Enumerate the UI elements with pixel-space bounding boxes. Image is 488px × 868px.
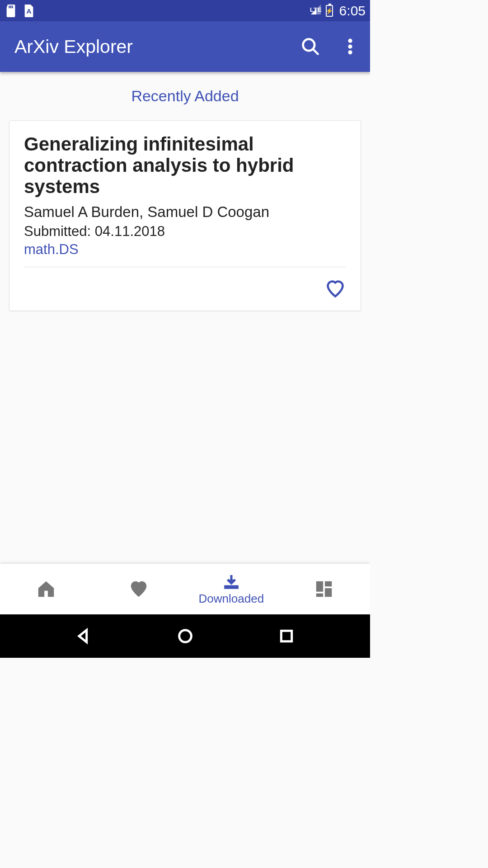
- svg-point-6: [348, 39, 352, 42]
- svg-rect-12: [316, 594, 323, 597]
- signal-icon: [311, 5, 321, 14]
- paper-submitted-date: Submitted: 04.11.2018: [24, 223, 346, 240]
- svg-rect-10: [325, 581, 332, 587]
- nav-home[interactable]: [0, 579, 93, 599]
- content-area: Recently Added Generalizing infinitesima…: [0, 72, 370, 564]
- download-icon: [222, 573, 240, 591]
- status-bar: A LTE ⚡ 6:05: [0, 0, 370, 21]
- favorite-button[interactable]: [324, 278, 346, 300]
- app-title: ArXiv Explorer: [14, 36, 133, 57]
- svg-rect-0: [9, 5, 9, 8]
- nav-downloaded[interactable]: Downloaded: [185, 573, 278, 606]
- svg-line-5: [313, 49, 318, 54]
- svg-point-8: [348, 51, 352, 54]
- back-button[interactable]: [66, 625, 102, 647]
- document-icon: A: [23, 3, 35, 19]
- home-icon: [36, 579, 56, 599]
- svg-rect-2: [12, 5, 13, 8]
- svg-text:A: A: [27, 7, 32, 14]
- svg-point-13: [179, 630, 191, 642]
- bottom-nav: Downloaded: [0, 564, 370, 614]
- heart-icon: [128, 579, 149, 599]
- recent-button[interactable]: [268, 625, 305, 647]
- app-bar: ArXiv Explorer: [0, 21, 370, 72]
- svg-rect-1: [10, 5, 11, 8]
- paper-title: Generalizing infinitesimal contraction a…: [24, 133, 346, 197]
- paper-authors: Samuel A Burden, Samuel D Coogan: [24, 203, 346, 221]
- svg-point-7: [348, 45, 352, 48]
- home-button[interactable]: [167, 625, 203, 647]
- more-icon[interactable]: [339, 36, 361, 57]
- system-nav: [0, 614, 370, 658]
- svg-rect-9: [316, 581, 323, 592]
- paper-card[interactable]: Generalizing infinitesimal contraction a…: [9, 120, 361, 311]
- status-clock: 6:05: [339, 3, 366, 19]
- svg-rect-11: [325, 588, 332, 597]
- nav-downloaded-label: Downloaded: [199, 592, 264, 606]
- dashboard-icon: [314, 579, 334, 599]
- battery-icon: ⚡: [326, 5, 333, 17]
- nav-categories[interactable]: [277, 579, 370, 599]
- svg-rect-14: [282, 631, 292, 641]
- paper-category: math.DS: [24, 241, 346, 267]
- section-title: Recently Added: [9, 72, 361, 120]
- search-icon[interactable]: [300, 36, 321, 57]
- sd-card-icon: [5, 3, 17, 19]
- nav-favorites[interactable]: [93, 579, 185, 599]
